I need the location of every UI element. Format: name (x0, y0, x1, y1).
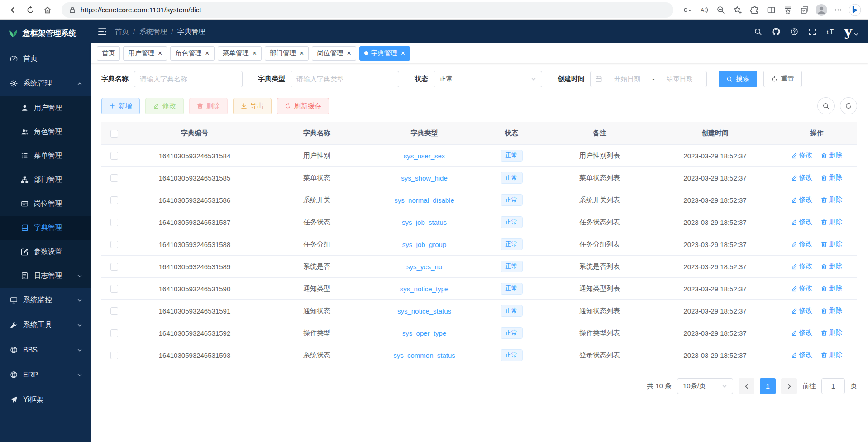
github-button[interactable] (768, 24, 785, 39)
row-delete-button[interactable]: 删除 (821, 284, 843, 293)
row-checkbox[interactable] (110, 307, 118, 315)
sidebar-item-role[interactable]: 角色管理 (0, 120, 91, 144)
tab-dict[interactable]: 字典管理× (359, 46, 410, 61)
row-edit-button[interactable]: 修改 (791, 262, 813, 271)
date-range-picker[interactable]: 开始日期 - 结束日期 (590, 71, 707, 87)
row-edit-button[interactable]: 修改 (791, 195, 813, 204)
sidebar-item-tool[interactable]: 系统工具 (0, 313, 91, 337)
row-edit-button[interactable]: 修改 (791, 151, 813, 160)
dict-type-link[interactable]: sys_normal_disable (394, 196, 454, 204)
row-checkbox[interactable] (110, 329, 118, 337)
select-all-checkbox[interactable] (110, 130, 118, 138)
row-edit-button[interactable]: 修改 (791, 218, 813, 226)
row-checkbox[interactable] (110, 196, 118, 204)
delete-button[interactable]: 删除 (189, 98, 228, 114)
row-edit-button[interactable]: 修改 (791, 306, 813, 315)
zoom-icon[interactable] (713, 2, 729, 18)
row-checkbox[interactable] (110, 352, 118, 359)
sidebar-item-home[interactable]: 首页 (0, 46, 91, 71)
dict-type-link[interactable]: sys_oper_type (402, 329, 447, 337)
add-favorite-icon[interactable] (730, 2, 745, 18)
fullscreen-button[interactable] (804, 24, 821, 39)
toggle-search-button[interactable] (817, 97, 835, 114)
row-delete-button[interactable]: 删除 (821, 262, 843, 271)
row-edit-button[interactable]: 修改 (791, 173, 813, 182)
close-icon[interactable]: × (401, 50, 405, 57)
row-edit-button[interactable]: 修改 (791, 351, 813, 359)
dict-type-link[interactable]: sys_job_status (402, 219, 447, 226)
row-checkbox[interactable] (110, 219, 118, 226)
user-caret-down-icon[interactable] (854, 25, 861, 38)
sidebar-item-erp[interactable]: ERP (0, 362, 91, 387)
header-search-button[interactable] (749, 24, 767, 39)
hamburger-icon[interactable] (98, 27, 108, 37)
profile-avatar[interactable] (814, 2, 829, 18)
app-logo[interactable]: 意框架管理系统 (0, 20, 91, 46)
dict-type-link[interactable]: sys_yes_no (406, 263, 442, 271)
close-icon[interactable]: × (300, 50, 304, 57)
row-edit-button[interactable]: 修改 (791, 284, 813, 293)
dict-type-input[interactable] (291, 71, 399, 87)
font-size-button[interactable]: tT (822, 24, 839, 39)
export-button[interactable]: 导出 (233, 98, 272, 114)
goto-page-input[interactable] (821, 378, 845, 394)
address-bar[interactable]: https://ccnetcore.com:1101/system/dict (62, 2, 673, 18)
dict-type-link[interactable]: sys_job_group (402, 241, 447, 248)
page-size-select[interactable]: 10条/页 (677, 378, 733, 394)
row-delete-button[interactable]: 删除 (821, 218, 843, 226)
page-1-button[interactable]: 1 (760, 378, 776, 394)
dict-type-link[interactable]: sys_show_hide (401, 174, 448, 182)
row-delete-button[interactable]: 删除 (821, 306, 843, 315)
row-delete-button[interactable]: 删除 (821, 240, 843, 248)
read-aloud-icon[interactable]: A (696, 2, 712, 18)
tab-user[interactable]: 用户管理× (123, 46, 167, 61)
tab-home[interactable]: 首页 (97, 46, 120, 61)
help-button[interactable] (786, 24, 803, 39)
edit-button[interactable]: 修改 (145, 98, 184, 114)
breadcrumb-item[interactable]: 系统管理 (139, 27, 167, 37)
close-icon[interactable]: × (347, 50, 351, 57)
sidebar-item-param[interactable]: 参数设置 (0, 240, 91, 264)
sidebar-item-menu[interactable]: 菜单管理 (0, 144, 91, 168)
browser-more-icon[interactable] (830, 2, 846, 18)
sidebar-item-dict[interactable]: 字典管理 (0, 216, 91, 240)
password-key-icon[interactable] (680, 2, 695, 18)
back-icon[interactable] (5, 2, 21, 18)
tab-role[interactable]: 角色管理× (170, 46, 214, 61)
sidebar-item-dept[interactable]: 部门管理 (0, 168, 91, 192)
collections-icon[interactable] (797, 2, 812, 18)
row-delete-button[interactable]: 删除 (821, 328, 843, 337)
row-delete-button[interactable]: 删除 (821, 151, 843, 160)
row-edit-button[interactable]: 修改 (791, 240, 813, 248)
dict-type-link[interactable]: sys_notice_type (400, 285, 449, 293)
tab-dept[interactable]: 部门管理× (265, 46, 309, 61)
next-page-button[interactable] (781, 378, 797, 394)
dict-name-input[interactable] (134, 71, 243, 87)
row-delete-button[interactable]: 删除 (821, 173, 843, 182)
refresh-cache-button[interactable]: 刷新缓存 (277, 98, 329, 114)
refresh-page-icon[interactable] (23, 2, 38, 18)
row-checkbox[interactable] (110, 152, 118, 160)
row-checkbox[interactable] (110, 174, 118, 182)
row-delete-button[interactable]: 删除 (821, 351, 843, 359)
dict-type-link[interactable]: sys_user_sex (404, 152, 445, 160)
sidebar-item-system[interactable]: 系统管理 (0, 71, 91, 96)
status-select[interactable]: 正常 (434, 71, 542, 87)
dict-type-link[interactable]: sys_notice_status (397, 307, 451, 315)
tab-menu[interactable]: 菜单管理× (218, 46, 262, 61)
extensions-icon[interactable] (747, 2, 762, 18)
close-icon[interactable]: × (158, 50, 162, 57)
row-checkbox[interactable] (110, 263, 118, 271)
row-checkbox[interactable] (110, 285, 118, 293)
bing-icon[interactable] (847, 2, 863, 18)
tab-post[interactable]: 岗位管理× (312, 46, 356, 61)
breadcrumb-item[interactable]: 首页 (115, 27, 129, 37)
close-icon[interactable]: × (253, 50, 257, 57)
row-delete-button[interactable]: 删除 (821, 195, 843, 204)
sidebar-item-bbs[interactable]: BBS (0, 337, 91, 362)
sidebar-item-yi[interactable]: Yi框架 (0, 387, 91, 412)
lock-icon[interactable] (69, 6, 76, 14)
dict-type-link[interactable]: sys_common_status (393, 352, 455, 359)
split-screen-icon[interactable] (763, 2, 779, 18)
add-button[interactable]: 新增 (101, 98, 140, 114)
